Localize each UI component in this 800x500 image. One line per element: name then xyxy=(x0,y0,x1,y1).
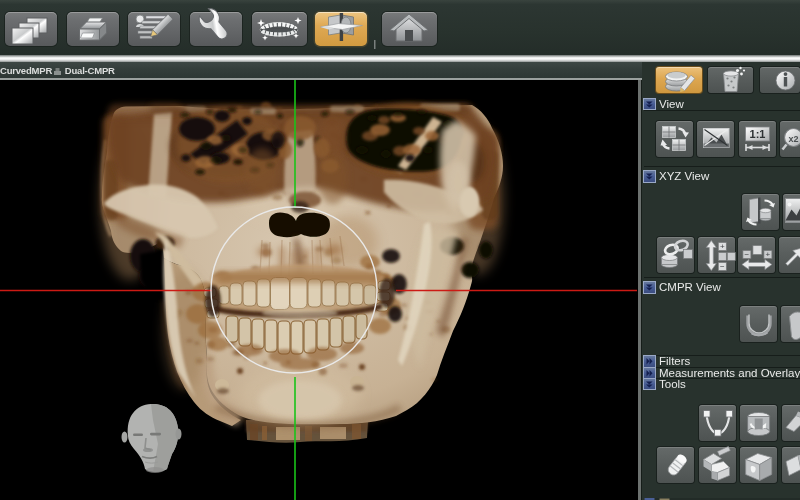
svg-text:x2: x2 xyxy=(788,133,798,143)
svg-text:+: + xyxy=(719,242,724,251)
svg-text:−: − xyxy=(719,262,724,271)
svg-text:+: + xyxy=(765,250,770,259)
svg-text:−: − xyxy=(744,250,749,259)
svg-text:1:1: 1:1 xyxy=(749,128,765,140)
